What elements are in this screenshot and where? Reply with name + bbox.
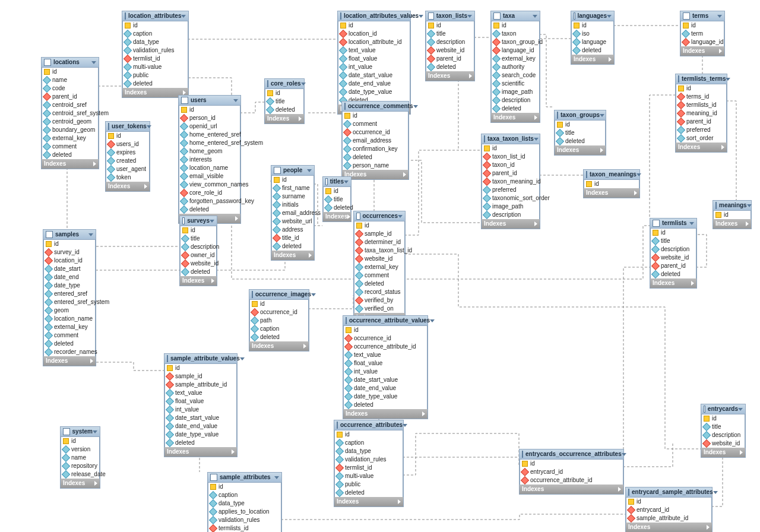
field-row[interactable]: geom — [43, 306, 96, 315]
table-system[interactable]: systemidversionnamerepositoryrelease_dat… — [60, 426, 100, 489]
field-row[interactable]: token — [106, 173, 150, 182]
field-row[interactable]: website_id — [354, 255, 405, 263]
field-row[interactable]: date_start_value — [164, 414, 237, 422]
field-row[interactable]: id — [338, 21, 410, 30]
indexes-footer[interactable]: Indexes — [180, 276, 217, 286]
table-occurrences[interactable]: occurrencesidsample_iddeterminer_idtaxa_… — [353, 211, 406, 323]
field-row[interactable]: comment — [342, 120, 408, 128]
table-header[interactable]: occurrence_attribute_values — [343, 316, 428, 326]
field-row[interactable]: date_start — [43, 265, 96, 273]
field-row[interactable]: taxon_id — [482, 161, 540, 169]
field-row[interactable]: name — [61, 454, 100, 462]
table-taxon_lists[interactable]: taxon_listsidtitledescriptionwebsite_idp… — [425, 11, 475, 81]
field-row[interactable]: id — [271, 176, 314, 184]
field-row[interactable]: language — [571, 38, 614, 46]
field-row[interactable]: comment — [354, 271, 405, 280]
field-row[interactable]: email_visible — [179, 172, 240, 180]
field-row[interactable]: deleted — [334, 489, 403, 497]
field-row[interactable]: home_entered_sref_system — [179, 139, 240, 147]
field-row[interactable]: float_value — [164, 397, 237, 406]
table-occurrence_attribute_values[interactable]: occurrence_attribute_valuesidoccurrence_… — [343, 315, 428, 419]
table-header[interactable]: titles — [323, 177, 351, 187]
field-row[interactable]: float_value — [338, 55, 410, 63]
field-row[interactable]: deleted — [343, 401, 428, 409]
table-header[interactable]: taxon_groups — [555, 110, 606, 121]
field-row[interactable]: caption — [249, 325, 309, 333]
table-header[interactable]: taxon_meanings — [584, 170, 639, 180]
table-locations[interactable]: locationsidnamecodeparent_idcentroid_sre… — [41, 57, 99, 169]
field-row[interactable]: title — [180, 235, 217, 243]
field-row[interactable]: id — [61, 437, 100, 445]
field-row[interactable]: occurrence_id — [342, 128, 408, 137]
field-row[interactable]: date_type — [43, 281, 96, 290]
field-row[interactable]: title — [555, 129, 606, 137]
field-row[interactable]: comment — [43, 331, 96, 340]
field-row[interactable]: boundary_geom — [42, 126, 99, 134]
field-row[interactable]: taxon — [491, 30, 540, 38]
table-header[interactable]: locations — [42, 58, 99, 68]
field-row[interactable]: verified_by — [354, 296, 405, 305]
indexes-footer[interactable]: Indexes — [164, 447, 237, 457]
field-row[interactable]: external_key — [491, 55, 540, 63]
field-row[interactable]: id — [180, 226, 217, 235]
field-row[interactable]: release_date — [61, 470, 100, 479]
field-row[interactable]: caption — [208, 491, 281, 499]
field-row[interactable]: description — [491, 96, 540, 104]
field-row[interactable]: taxon_meaning_id — [482, 178, 540, 186]
field-row[interactable]: date_type_value — [164, 430, 237, 439]
field-row[interactable]: entrycard_id — [626, 506, 712, 514]
field-row[interactable]: deleted — [122, 80, 188, 88]
indexes-footer[interactable]: Indexes — [676, 142, 727, 152]
field-row[interactable]: confirmation_key — [342, 145, 408, 153]
field-row[interactable]: meaning_id — [676, 109, 727, 118]
field-row[interactable]: deleted — [426, 63, 474, 71]
field-row[interactable]: public — [122, 71, 188, 80]
field-row[interactable]: text_value — [164, 389, 237, 397]
field-row[interactable]: id — [342, 112, 408, 120]
field-row[interactable]: sort_order — [676, 134, 727, 142]
field-row[interactable]: entered_sref_system — [43, 298, 96, 306]
field-row[interactable]: taxa_taxon_list_id — [354, 246, 405, 255]
field-row[interactable]: record_status — [354, 288, 405, 296]
field-row[interactable]: comment — [42, 142, 99, 151]
field-row[interactable]: entrycard_id — [520, 468, 623, 476]
field-row[interactable]: deleted — [271, 242, 314, 251]
table-header[interactable]: people — [271, 166, 314, 176]
field-row[interactable]: website_id — [180, 259, 217, 268]
field-row[interactable]: caption — [334, 439, 403, 447]
field-row[interactable]: int_value — [164, 406, 237, 414]
field-row[interactable]: multi-value — [334, 472, 403, 480]
table-header[interactable]: occurrence_comments — [342, 102, 408, 112]
field-row[interactable]: id — [179, 106, 240, 114]
field-row[interactable]: deleted — [342, 153, 408, 162]
field-row[interactable]: date_type_value — [343, 392, 428, 401]
field-row[interactable]: id — [265, 89, 304, 97]
table-header[interactable]: core_roles — [265, 79, 304, 89]
field-row[interactable]: website_id — [650, 254, 696, 262]
table-entrycards_occurrence_attributes[interactable]: entrycards_occurrence_attributesidentryc… — [519, 449, 624, 495]
field-row[interactable]: occurrence_id — [249, 308, 309, 316]
indexes-footer[interactable]: Indexes — [334, 497, 403, 506]
field-row[interactable]: description — [650, 245, 696, 254]
indexes-footer[interactable]: Indexes — [650, 278, 696, 288]
field-row[interactable]: surname — [271, 192, 314, 201]
field-row[interactable]: taxonomic_sort_order — [482, 194, 540, 202]
field-row[interactable]: preferred — [676, 126, 727, 134]
field-row[interactable]: parent_id — [426, 55, 474, 63]
field-row[interactable]: float_value — [343, 359, 428, 368]
field-row[interactable]: id — [249, 300, 309, 308]
table-header[interactable]: sample_attribute_values — [164, 354, 237, 364]
field-row[interactable]: occurrence_attribute_id — [343, 343, 428, 351]
table-location_attributes_values[interactable]: location_attributes_valuesidlocation_idl… — [337, 11, 411, 115]
field-row[interactable]: parent_id — [42, 93, 99, 101]
field-row[interactable]: text_value — [338, 46, 410, 55]
field-row[interactable]: title — [426, 30, 474, 38]
field-row[interactable]: path — [249, 316, 309, 325]
field-row[interactable]: deleted — [354, 280, 405, 288]
field-row[interactable]: data_type — [334, 447, 403, 455]
indexes-footer[interactable]: Indexes — [323, 212, 351, 221]
field-row[interactable]: deleted — [164, 439, 237, 447]
field-row[interactable]: id — [426, 21, 474, 30]
field-row[interactable]: user_agent — [106, 165, 150, 173]
field-row[interactable]: id — [164, 364, 237, 372]
